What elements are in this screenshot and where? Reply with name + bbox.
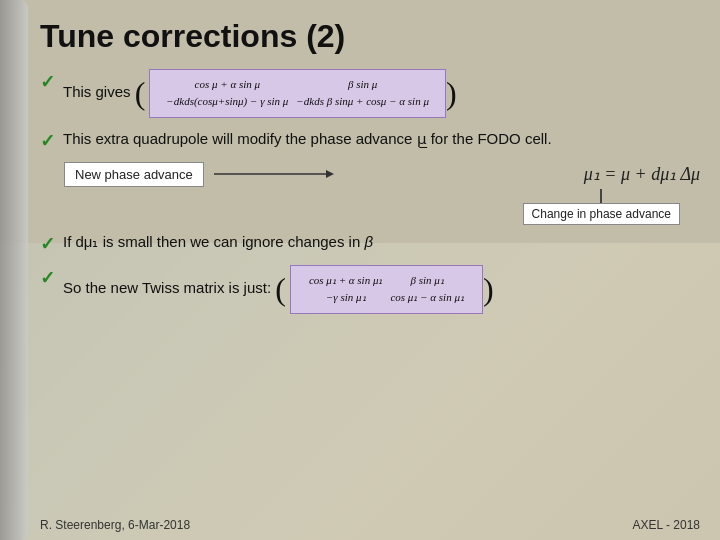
bullet-4-prefix: So the new Twiss matrix is just: — [63, 279, 271, 296]
bullet-1-text: This gives ( cos μ + α sin μ β sin μ −dk… — [63, 69, 457, 118]
bullet-item-3: ✓ If dμ₁ is small then we can ignore cha… — [40, 231, 700, 255]
matrix-b-r1c2: β sin μ₁ — [386, 272, 468, 289]
matrix-1: ( cos μ + α sin μ β sin μ −dkds(cosμ+sin… — [135, 69, 457, 118]
matrix-table-1: cos μ + α sin μ β sin μ −dkds(cosμ+sinμ)… — [162, 76, 433, 111]
checkmark-2: ✓ — [40, 130, 55, 152]
arrow-line — [214, 167, 574, 181]
footer-right: AXEL - 2018 — [632, 518, 700, 532]
bullet-2-text: This extra quadrupole will modify the ph… — [63, 128, 552, 149]
matrix-b-r1c1: cos μ₁ + α sin μ₁ — [305, 272, 387, 289]
change-annotation-wrapper: Change in phase advance — [40, 189, 700, 225]
phase-formula: μ₁ = μ + dμ₁ Δμ — [584, 163, 700, 185]
bullet-item-2: ✓ This extra quadrupole will modify the … — [40, 128, 700, 152]
svg-marker-1 — [326, 170, 334, 178]
matrix-cell-r2c1: −dkds(cosμ+sinμ) − γ sin μ — [162, 93, 292, 110]
bullet-1-prefix: This gives — [63, 83, 131, 100]
bullet-2-line1: This extra quadrupole will modify the ph… — [63, 130, 552, 147]
paren-left-2: ( — [275, 273, 286, 305]
matrix-b-r2c2: cos μ₁ − α sin μ₁ — [386, 289, 468, 306]
phase-advance-row: New phase advance μ₁ = μ + dμ₁ Δμ — [64, 162, 700, 187]
matrix-2: ( cos μ₁ + α sin μ₁ β sin μ₁ −γ sin μ₁ c… — [275, 265, 493, 314]
slide-container: Tune corrections (2) ✓ This gives ( cos … — [0, 0, 720, 540]
checkmark-3: ✓ — [40, 233, 55, 255]
phase-formula-text: μ₁ = μ + dμ₁ Δμ — [584, 164, 700, 184]
paren-right-1: ) — [446, 77, 457, 109]
paren-left-1: ( — [135, 77, 146, 109]
change-annotation-line — [600, 189, 602, 203]
beta-symbol: β — [364, 233, 373, 250]
matrix-b-r2c1: −γ sin μ₁ — [305, 289, 387, 306]
change-in-phase-box: Change in phase advance — [523, 203, 680, 225]
slide-title: Tune corrections (2) — [40, 18, 700, 55]
footer-left: R. Steerenberg, 6-Mar-2018 — [40, 518, 190, 532]
bullet-4-text: So the new Twiss matrix is just: ( cos μ… — [63, 265, 494, 314]
new-phase-box: New phase advance — [64, 162, 204, 187]
checkmark-4: ✓ — [40, 267, 55, 289]
arrow-svg — [214, 167, 334, 181]
bullet-item-4: ✓ So the new Twiss matrix is just: ( cos… — [40, 265, 700, 314]
matrix-table-2: cos μ₁ + α sin μ₁ β sin μ₁ −γ sin μ₁ cos… — [305, 272, 468, 307]
bullet-3-text: If dμ₁ is small then we can ignore chang… — [63, 231, 373, 252]
change-annotation: Change in phase advance — [523, 189, 680, 225]
bullet-item-1: ✓ This gives ( cos μ + α sin μ β sin μ −… — [40, 69, 700, 118]
formula-box-1: cos μ + α sin μ β sin μ −dkds(cosμ+sinμ)… — [149, 69, 446, 118]
formula-box-2: cos μ₁ + α sin μ₁ β sin μ₁ −γ sin μ₁ cos… — [290, 265, 483, 314]
slide-content: Tune corrections (2) ✓ This gives ( cos … — [28, 0, 720, 540]
paren-right-2: ) — [483, 273, 494, 305]
matrix-cell-r1c2: β sin μ — [292, 76, 433, 93]
matrix-cell-r1c1: cos μ + α sin μ — [162, 76, 292, 93]
footer: R. Steerenberg, 6-Mar-2018 AXEL - 2018 — [28, 518, 720, 532]
matrix-cell-r2c2: −dkds β sinμ + cosμ − α sin μ — [292, 93, 433, 110]
left-bracket-decoration — [0, 0, 28, 540]
checkmark-1: ✓ — [40, 71, 55, 93]
